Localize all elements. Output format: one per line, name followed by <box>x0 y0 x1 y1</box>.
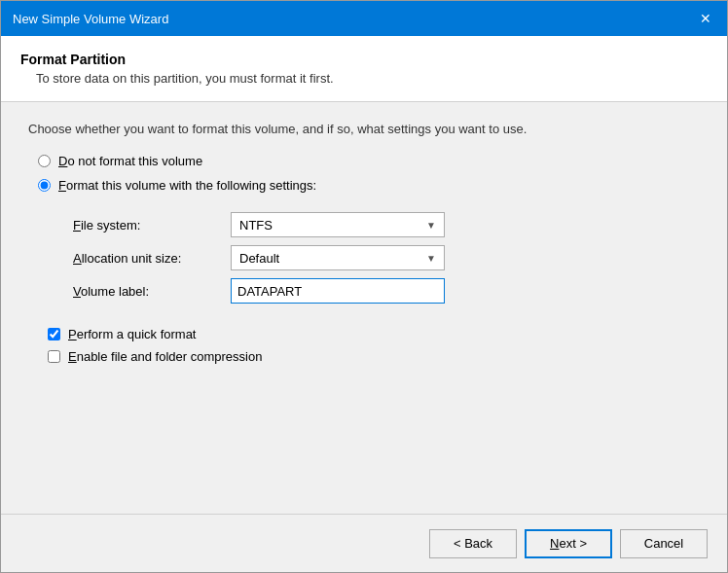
footer-section: < Back Next > Cancel <box>1 514 727 572</box>
back-button[interactable]: < Back <box>429 529 517 558</box>
radio-no-format-label: Do not format this volume <box>58 154 202 168</box>
cancel-button[interactable]: Cancel <box>620 529 708 558</box>
radio-format[interactable] <box>38 179 51 192</box>
checkbox-group: Perform a quick format Enable file and f… <box>48 327 700 364</box>
close-button[interactable]: ✕ <box>696 9 715 28</box>
window-title: New Simple Volume Wizard <box>13 12 168 26</box>
allocation-label: Allocation unit size: <box>73 251 219 266</box>
radio-format-label: Format this volume with the following se… <box>58 178 316 193</box>
radio-no-format[interactable] <box>38 155 51 167</box>
header-section: Format Partition To store data on this p… <box>1 36 727 102</box>
file-system-label: File system: <box>73 218 219 233</box>
quick-format-option[interactable]: Perform a quick format <box>48 327 700 341</box>
volume-label-input[interactable] <box>231 278 445 304</box>
radio-format-option[interactable]: Format this volume with the following se… <box>38 178 700 193</box>
file-system-arrow-icon: ▼ <box>426 220 436 231</box>
allocation-dropdown[interactable]: Default ▼ <box>231 245 445 270</box>
format-radio-group: Do not format this volume Format this vo… <box>38 154 700 364</box>
content-section: Choose whether you want to format this v… <box>1 102 727 514</box>
allocation-value: Default <box>239 251 279 266</box>
compression-option[interactable]: Enable file and folder compression <box>48 349 700 364</box>
radio-no-format-option[interactable]: Do not format this volume <box>38 154 700 168</box>
compression-checkbox[interactable] <box>48 350 60 363</box>
allocation-arrow-icon: ▼ <box>426 253 436 264</box>
content-description: Choose whether you want to format this v… <box>28 122 700 136</box>
compression-label: Enable file and folder compression <box>68 349 262 364</box>
next-label: Next > <box>550 536 587 551</box>
allocation-row: Allocation unit size: Default ▼ <box>73 245 700 270</box>
file-system-value: NTFS <box>239 218 273 233</box>
header-title: Format Partition <box>20 52 708 67</box>
title-bar: New Simple Volume Wizard ✕ <box>1 1 727 36</box>
settings-grid: File system: NTFS ▼ Allocation unit size… <box>73 212 700 304</box>
quick-format-label: Perform a quick format <box>68 327 197 341</box>
volume-label-label: Volume label: <box>73 284 219 299</box>
header-subtitle: To store data on this partition, you mus… <box>36 71 708 86</box>
volume-label-row: Volume label: <box>73 278 700 304</box>
file-system-row: File system: NTFS ▼ <box>73 212 700 237</box>
next-button[interactable]: Next > <box>525 529 612 558</box>
quick-format-checkbox[interactable] <box>48 328 60 340</box>
file-system-dropdown[interactable]: NTFS ▼ <box>231 212 445 237</box>
wizard-window: New Simple Volume Wizard ✕ Format Partit… <box>0 0 728 573</box>
